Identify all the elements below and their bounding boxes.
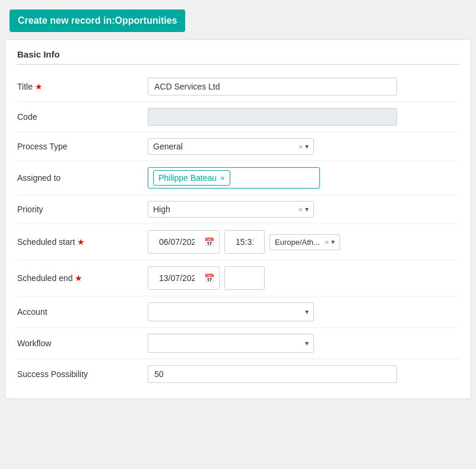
timezone-chevron-icon: ▾ (331, 238, 335, 246)
assigned-to-wrapper[interactable]: Philippe Bateau × (148, 167, 320, 189)
scheduled-end-required-star: ★ (75, 273, 82, 283)
process-type-row: Process Type General × ▾ (17, 132, 459, 161)
code-row: Code (17, 102, 459, 132)
workflow-row: Workflow ▾ (17, 328, 459, 359)
scheduled-end-date-wrap[interactable]: 📅 (148, 266, 220, 290)
scheduled-end-label: Scheduled end ★ (17, 273, 148, 283)
assigned-tag-name: Philippe Bateau (158, 173, 217, 183)
section-title: Basic Info (17, 49, 459, 65)
code-label: Code (17, 112, 148, 122)
scheduled-start-row: Scheduled start ★ 📅 Europe/Ath... × ▾ (17, 224, 459, 260)
assigned-to-field: Philippe Bateau × (148, 167, 459, 189)
success-possibility-input[interactable] (148, 365, 397, 383)
priority-field: High × ▾ (148, 201, 459, 218)
process-type-chevron-icon: ▾ (305, 142, 309, 151)
account-chevron-icon: ▾ (305, 308, 309, 316)
scheduled-start-time-input[interactable] (230, 234, 259, 250)
success-possibility-row: Success Possibility (17, 359, 459, 389)
process-type-clear-icon[interactable]: × (298, 142, 303, 151)
process-type-value: General (153, 142, 298, 151)
header-bar: Create new record in:Opportunities (9, 9, 185, 32)
priority-row: Priority High × ▾ (17, 195, 459, 224)
title-input[interactable] (148, 78, 397, 95)
title-required-star: ★ (35, 82, 43, 91)
priority-select[interactable]: High × ▾ (148, 201, 314, 218)
success-possibility-field (148, 365, 459, 383)
workflow-field: ▾ (148, 334, 459, 353)
assigned-tag-remove-icon[interactable]: × (220, 174, 225, 183)
scheduled-start-date-wrap[interactable]: 📅 (148, 230, 220, 254)
priority-label: Priority (17, 205, 148, 214)
scheduled-end-field: 📅 (148, 266, 459, 290)
assigned-to-row: Assigned to Philippe Bateau × (17, 161, 459, 195)
workflow-label: Workflow (17, 339, 148, 348)
code-input (148, 108, 397, 126)
scheduled-end-time-input[interactable] (230, 270, 259, 286)
workflow-select[interactable]: ▾ (148, 334, 314, 353)
scheduled-start-time-wrap[interactable] (224, 230, 265, 254)
process-type-select[interactable]: General × ▾ (148, 138, 314, 155)
priority-chevron-icon: ▾ (305, 205, 309, 213)
scheduled-start-required-star: ★ (77, 237, 85, 247)
priority-clear-icon[interactable]: × (298, 205, 303, 214)
workflow-chevron-icon: ▾ (305, 339, 309, 347)
priority-icons: × ▾ (298, 205, 309, 214)
datetime-wrapper-start: 📅 Europe/Ath... × ▾ (148, 230, 459, 254)
account-label: Account (17, 307, 148, 317)
account-field: ▾ (148, 302, 459, 321)
scheduled-start-calendar-icon[interactable]: 📅 (204, 237, 214, 247)
scheduled-end-calendar-icon[interactable]: 📅 (204, 273, 214, 283)
title-label: Title ★ (17, 82, 148, 91)
scheduled-start-label: Scheduled start ★ (17, 237, 148, 247)
scheduled-start-field: 📅 Europe/Ath... × ▾ (148, 230, 459, 254)
form-container: Basic Info Title ★ Code Process Type (5, 39, 471, 399)
account-select[interactable]: ▾ (148, 302, 314, 321)
datetime-wrapper-end: 📅 (148, 266, 459, 290)
timezone-select[interactable]: Europe/Ath... × ▾ (269, 234, 340, 250)
header-area: Create new record in:Opportunities (0, 0, 476, 39)
account-row: Account ▾ (17, 296, 459, 328)
process-type-field: General × ▾ (148, 138, 459, 155)
title-row: Title ★ (17, 72, 459, 102)
timezone-value: Europe/Ath... (275, 238, 320, 247)
page-wrapper: Create new record in:Opportunities Basic… (0, 0, 476, 469)
title-field (148, 78, 459, 95)
assigned-tag: Philippe Bateau × (153, 170, 230, 186)
process-type-label: Process Type (17, 142, 148, 151)
success-possibility-label: Success Possibility (17, 369, 148, 379)
scheduled-start-date-input[interactable] (153, 234, 201, 250)
scheduled-end-row: Scheduled end ★ 📅 (17, 260, 459, 296)
process-type-icons: × ▾ (298, 142, 309, 151)
timezone-clear-icon[interactable]: × (325, 238, 329, 247)
priority-value: High (153, 205, 298, 214)
scheduled-end-time-wrap[interactable] (224, 266, 265, 290)
page-title: Create new record in:Opportunities (18, 15, 177, 26)
scheduled-end-date-input[interactable] (153, 270, 201, 286)
code-field (148, 108, 459, 126)
assigned-to-label: Assigned to (17, 173, 148, 183)
